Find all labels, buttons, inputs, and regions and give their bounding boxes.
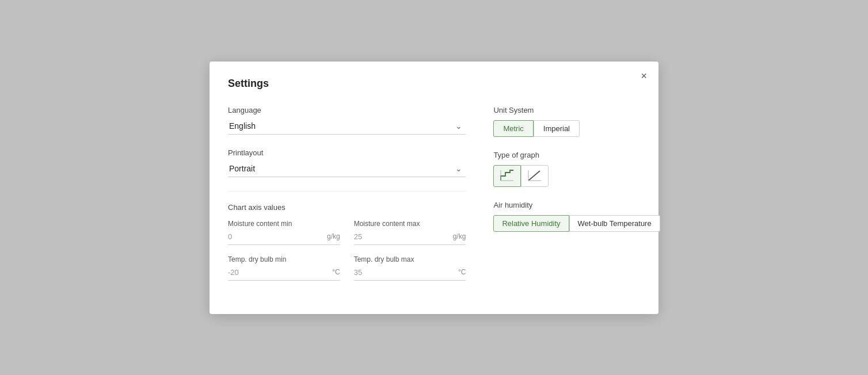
- moisture-max-field: Moisture content max g/kg: [354, 220, 466, 245]
- unit-system-toggle: Metric Imperial: [493, 120, 666, 137]
- right-column: Unit System Metric Imperial Type of grap…: [493, 106, 666, 291]
- metric-button[interactable]: Metric: [493, 120, 533, 137]
- moisture-max-unit: g/kg: [453, 232, 466, 240]
- air-humidity-toggle: Relative Humidity Wet-bulb Temperature: [493, 215, 666, 232]
- language-group: Language English ⌄: [228, 106, 466, 135]
- divider: [228, 191, 466, 192]
- moisture-max-label: Moisture content max: [354, 220, 466, 228]
- printlayout-label: Printlayout: [228, 148, 466, 157]
- temp-min-field: Temp. dry bulb min °C: [228, 255, 340, 281]
- temp-min-unit: °C: [332, 268, 340, 276]
- graph-type-1-button[interactable]: [493, 165, 521, 187]
- moisture-max-input[interactable]: [354, 231, 451, 242]
- close-button[interactable]: ×: [641, 71, 647, 81]
- temp-max-field: Temp. dry bulb max °C: [354, 255, 466, 281]
- temp-max-input[interactable]: [354, 267, 456, 278]
- graph-line-icon: [527, 169, 542, 183]
- temp-max-input-wrapper: °C: [354, 267, 466, 281]
- modal-title: Settings: [228, 78, 640, 90]
- language-select-wrapper: English ⌄: [228, 118, 466, 135]
- left-column: Language English ⌄ Printlayout Portrait: [228, 106, 466, 291]
- air-humidity-section: Air humidity Relative Humidity Wet-bulb …: [493, 201, 666, 232]
- relative-humidity-button[interactable]: Relative Humidity: [493, 215, 569, 232]
- printlayout-select[interactable]: Portrait: [228, 160, 466, 177]
- language-select[interactable]: English: [228, 118, 466, 135]
- graph-type-section: Type of graph: [493, 151, 666, 187]
- printlayout-select-wrapper: Portrait ⌄: [228, 160, 466, 177]
- temp-min-input-wrapper: °C: [228, 267, 340, 281]
- temp-min-label: Temp. dry bulb min: [228, 255, 340, 263]
- air-humidity-label: Air humidity: [493, 201, 666, 209]
- moisture-min-label: Moisture content min: [228, 220, 340, 228]
- moisture-min-input-wrapper: g/kg: [228, 231, 340, 245]
- temp-min-input[interactable]: [228, 267, 330, 278]
- graph-type-2-button[interactable]: [521, 165, 549, 187]
- graph-type-label: Type of graph: [493, 151, 666, 159]
- temp-max-label: Temp. dry bulb max: [354, 255, 466, 263]
- wetbulb-temperature-button[interactable]: Wet-bulb Temperature: [569, 215, 660, 232]
- moisture-row: Moisture content min g/kg Moisture conte…: [228, 220, 466, 245]
- modal-overlay: Settings × Language English ⌄ Prin: [0, 0, 868, 375]
- chart-axis-title: Chart axis values: [228, 203, 466, 212]
- graph-type-toggle: [493, 165, 666, 187]
- settings-body: Language English ⌄ Printlayout Portrait: [228, 106, 640, 291]
- moisture-min-field: Moisture content min g/kg: [228, 220, 340, 245]
- moisture-min-input[interactable]: [228, 231, 325, 242]
- printlayout-group: Printlayout Portrait ⌄: [228, 148, 466, 177]
- unit-system-section: Unit System Metric Imperial: [493, 106, 666, 137]
- moisture-max-input-wrapper: g/kg: [354, 231, 466, 245]
- language-label: Language: [228, 106, 466, 114]
- temp-row: Temp. dry bulb min °C Temp. dry bulb max…: [228, 255, 466, 281]
- unit-system-label: Unit System: [493, 106, 666, 114]
- moisture-min-unit: g/kg: [327, 232, 340, 240]
- settings-modal: Settings × Language English ⌄ Prin: [210, 62, 658, 314]
- graph-staircase-icon: [500, 169, 515, 183]
- temp-max-unit: °C: [458, 268, 466, 276]
- imperial-button[interactable]: Imperial: [534, 120, 580, 137]
